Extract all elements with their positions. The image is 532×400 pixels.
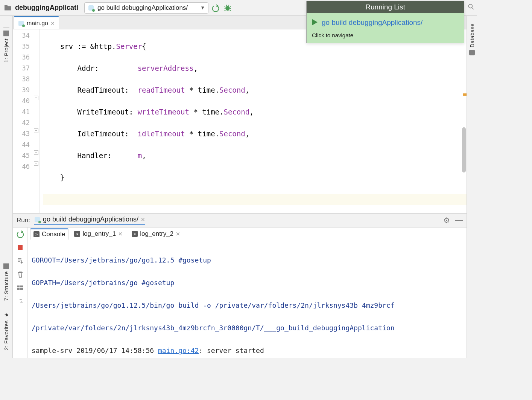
svg-point-1: [468, 4, 472, 8]
fold-handle[interactable]: –: [34, 96, 38, 100]
svg-rect-5: [20, 288, 23, 290]
run-button[interactable]: [211, 3, 220, 13]
tool-structure[interactable]: 7: Structure: [3, 263, 9, 301]
stop-button[interactable]: [16, 243, 24, 252]
svg-rect-4: [17, 288, 20, 290]
scrollbar[interactable]: [462, 127, 466, 173]
run-tool-body: >Console >log_entry_1✕ >log_entry_2✕ GOR…: [13, 227, 467, 358]
left-tool-rail: 1: Project 7: Structure 2: Favorites★: [0, 16, 13, 358]
main-area: main.go ✕ 343536 373839 404142 434445 46…: [13, 16, 467, 358]
close-icon[interactable]: ✕: [176, 231, 180, 237]
close-icon[interactable]: ✕: [141, 217, 145, 223]
go-file-icon: [88, 5, 94, 11]
close-icon[interactable]: ✕: [50, 20, 55, 26]
debug-button[interactable]: [223, 3, 233, 13]
run-config-label: go build debuggingApplications/: [97, 4, 197, 12]
warning-marker[interactable]: [463, 93, 467, 96]
running-list-item[interactable]: go build debuggingApplications/: [312, 18, 459, 27]
terminal-icon: >: [74, 231, 80, 237]
running-list-popup: Running List go build debuggingApplicati…: [306, 1, 464, 43]
run-config-tab[interactable]: go build debuggingApplications/ ✕: [34, 215, 145, 225]
gear-icon[interactable]: ⚙: [443, 216, 450, 225]
go-file-icon: [18, 20, 24, 27]
fold-gutter: – – – –: [33, 29, 40, 213]
running-list-title: Running List: [307, 1, 464, 13]
run-tool-header: Run: go build debuggingApplications/ ✕ ⚙…: [13, 213, 467, 227]
svg-rect-3: [20, 285, 23, 287]
source-link[interactable]: main.go:42: [158, 347, 199, 354]
tool-project[interactable]: 1: Project: [3, 27, 9, 63]
code-editor[interactable]: 343536 373839 404142 434445 46 – – – – s…: [13, 29, 467, 213]
fold-handle[interactable]: –: [34, 150, 38, 155]
tool-database[interactable]: Database: [469, 23, 475, 55]
terminal-icon: >: [132, 231, 138, 237]
layout-button[interactable]: [16, 284, 24, 292]
play-icon: [312, 19, 318, 27]
tab-log-entry-1[interactable]: >log_entry_1✕: [71, 228, 126, 240]
star-icon: ★: [3, 312, 9, 318]
tool-favorites[interactable]: 2: Favorites★: [3, 312, 9, 350]
search-icon[interactable]: [467, 3, 475, 12]
svg-rect-2: [17, 285, 20, 287]
run-config-selector[interactable]: go build debuggingApplications/ ▼: [84, 2, 208, 14]
svg-point-0: [226, 6, 230, 11]
run-title-label: Run:: [17, 217, 30, 224]
right-tool-rail: Database: [467, 16, 477, 358]
tab-log-entry-2[interactable]: >log_entry_2✕: [128, 228, 184, 240]
go-file-icon: [34, 216, 41, 223]
line-gutter: 343536 373839 404142 434445 46: [13, 29, 33, 213]
minimize-icon[interactable]: —: [455, 216, 463, 225]
folder-icon: [5, 5, 11, 11]
clear-button[interactable]: [16, 270, 24, 279]
scroll-to-end-button[interactable]: [16, 257, 24, 265]
rerun-button[interactable]: [16, 230, 24, 238]
tab-console[interactable]: >Console: [30, 228, 68, 240]
fold-handle[interactable]: –: [34, 128, 38, 133]
project-name[interactable]: debuggingApplicati: [15, 4, 78, 12]
fold-handle[interactable]: –: [34, 161, 38, 166]
run-actions-rail: [13, 227, 28, 358]
database-icon: [469, 50, 475, 55]
terminal-icon: >: [33, 231, 40, 237]
structure-icon: [3, 263, 9, 269]
editor-tab-main-go[interactable]: main.go ✕: [14, 16, 59, 29]
folder-icon: [3, 31, 9, 36]
running-hint: Click to navigate: [312, 32, 459, 38]
pin-button[interactable]: [16, 298, 24, 306]
close-icon[interactable]: ✕: [118, 231, 123, 237]
console-tabs: >Console >log_entry_1✕ >log_entry_2✕: [28, 227, 467, 240]
console-output[interactable]: GOROOT=/Users/jetbrains/go/go1.12.5 #gos…: [28, 240, 467, 358]
chevron-down-icon: ▼: [200, 5, 205, 11]
code-area[interactable]: srv := &http.Server{ Addr: serverAddress…: [40, 29, 467, 213]
